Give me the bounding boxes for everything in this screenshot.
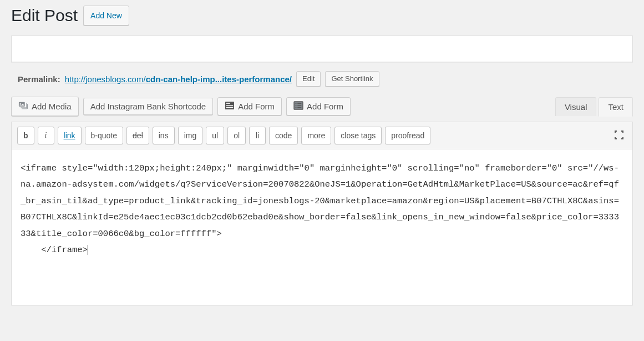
quicktag-proofread[interactable]: proofread — [385, 127, 430, 144]
quicktag-ul[interactable]: ul — [206, 127, 224, 144]
permalink-row: Permalink: http://jonesblogs.com/cdn-can… — [11, 71, 633, 97]
quicktag-italic[interactable]: i — [38, 127, 54, 144]
add-form-button-1[interactable]: Add Form — [217, 97, 282, 116]
quicktag-ins[interactable]: ins — [153, 127, 175, 144]
add-form-button-2[interactable]: Add Form — [286, 97, 351, 116]
quicktag-close-tags[interactable]: close tags — [334, 127, 382, 144]
quicktag-more[interactable]: more — [301, 127, 331, 144]
page-title: Edit Post — [11, 6, 78, 25]
quicktag-bold[interactable]: b — [17, 127, 34, 144]
tab-text[interactable]: Text — [599, 97, 633, 117]
fullscreen-icon[interactable] — [611, 127, 627, 144]
quicktag-img[interactable]: img — [178, 127, 203, 144]
add-form-label-2: Add Form — [307, 102, 343, 111]
post-title-input[interactable] — [12, 36, 632, 62]
add-form-label-1: Add Form — [238, 102, 275, 111]
permalink-link[interactable]: http://jonesblogs.com/cdn-can-help-imp..… — [65, 74, 292, 84]
tab-visual[interactable]: Visual — [555, 97, 597, 116]
svg-rect-2 — [226, 105, 233, 106]
permalink-slug: cdn-can-help-imp...ites-performance/ — [146, 74, 292, 84]
permalink-base: http://jonesblogs.com/ — [65, 74, 146, 84]
post-title-container — [11, 36, 633, 62]
quicktag-ol[interactable]: ol — [227, 127, 246, 144]
get-shortlink-button[interactable]: Get Shortlink — [325, 71, 379, 87]
quicktag-code[interactable]: code — [269, 127, 298, 144]
form-icon — [225, 101, 235, 112]
quicktag-blockquote[interactable]: b-quote — [85, 127, 123, 144]
add-media-label: Add Media — [32, 102, 72, 111]
editor-content-area: <iframe style="width:120px;height:240px;… — [11, 149, 633, 305]
permalink-label: Permalink: — [18, 74, 60, 84]
add-media-button[interactable]: Add Media — [11, 97, 79, 116]
text-cursor — [88, 245, 88, 255]
quicktag-li[interactable]: li — [249, 127, 266, 144]
quicktag-link[interactable]: link — [58, 127, 82, 144]
media-icon — [18, 101, 28, 112]
list-icon — [293, 101, 303, 112]
add-instagram-shortcode-button[interactable]: Add Instagram Bank Shortcode — [83, 98, 213, 115]
quicktags-toolbar: b i link b-quote del ins img ul ol li co… — [11, 122, 633, 149]
svg-rect-3 — [226, 107, 233, 108]
quicktag-del[interactable]: del — [126, 127, 149, 144]
post-content-textarea[interactable]: <iframe style="width:120px;height:240px;… — [21, 161, 623, 294]
editor-text: <iframe style="width:120px;height:240px;… — [21, 163, 619, 255]
add-new-button[interactable]: Add New — [83, 6, 129, 26]
edit-permalink-button[interactable]: Edit — [296, 71, 321, 87]
editor-mode-tabs: Visual Text — [553, 97, 633, 116]
svg-rect-1 — [226, 103, 230, 104]
